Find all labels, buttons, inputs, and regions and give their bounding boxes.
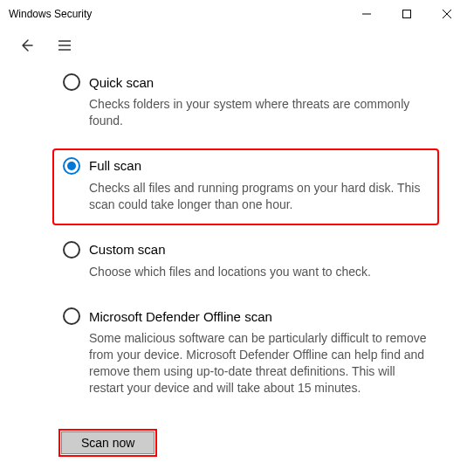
option-label: Custom scan <box>89 242 166 257</box>
svg-rect-1 <box>403 10 411 18</box>
minimize-button[interactable] <box>347 0 387 28</box>
titlebar: Windows Security <box>0 0 467 28</box>
option-description: Checks folders in your system where thre… <box>63 96 429 129</box>
option-full-scan[interactable]: Full scan Checks all files and running p… <box>52 148 439 225</box>
close-button[interactable] <box>427 0 467 28</box>
option-quick-scan[interactable]: Quick scan Checks folders in your system… <box>52 65 439 141</box>
window-controls <box>347 0 467 28</box>
radio-dot-icon <box>67 162 76 170</box>
option-description: Checks all files and running programs on… <box>63 180 429 213</box>
radio-custom-scan[interactable] <box>63 241 80 259</box>
action-row: Scan now <box>52 416 439 454</box>
scan-now-button[interactable]: Scan now <box>61 431 155 454</box>
option-description: Some malicious software can be particula… <box>63 330 429 397</box>
radio-quick-scan[interactable] <box>63 73 80 91</box>
toolbar <box>0 28 467 59</box>
option-description: Choose which files and locations you wan… <box>63 264 429 280</box>
back-button[interactable] <box>17 37 35 54</box>
radio-offline-scan[interactable] <box>63 307 80 325</box>
maximize-button[interactable] <box>387 0 427 28</box>
option-label: Full scan <box>89 158 141 173</box>
window-title: Windows Security <box>9 8 347 20</box>
option-label: Microsoft Defender Offline scan <box>89 309 272 324</box>
option-label: Quick scan <box>89 75 154 90</box>
option-custom-scan[interactable]: Custom scan Choose which files and locat… <box>52 232 439 293</box>
radio-full-scan[interactable] <box>63 157 80 175</box>
scan-options: Quick scan Checks folders in your system… <box>0 59 467 454</box>
menu-button[interactable] <box>56 37 73 54</box>
option-offline-scan[interactable]: Microsoft Defender Offline scan Some mal… <box>52 299 439 409</box>
